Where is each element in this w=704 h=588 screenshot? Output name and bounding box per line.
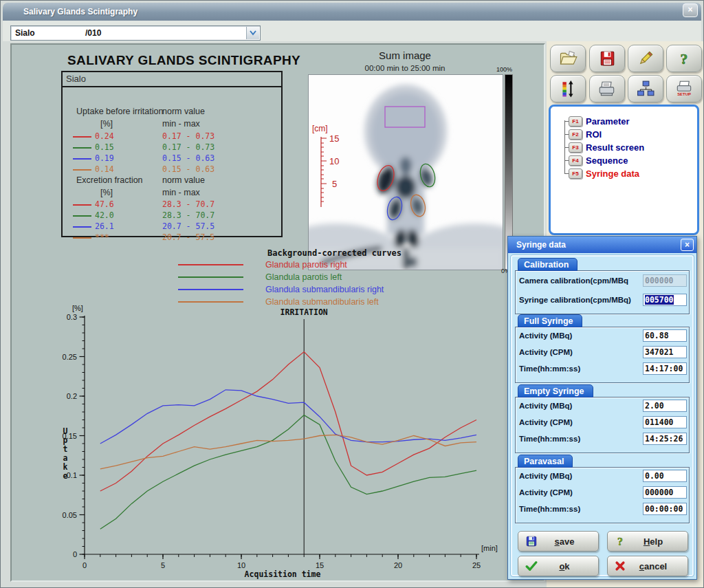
menu-item-label: Result screen [586,142,644,153]
legend-swatch [178,289,243,290]
excretion-value: 26.1 [95,221,114,231]
norm-range: 28.3 - 70.7 [162,199,214,209]
application-window: Salivary Glands Scintigraphy × Sialo /01… [0,0,704,588]
svg-text:k: k [63,462,68,472]
svg-text:t: t [63,444,68,454]
series-swatch [73,169,91,171]
f4-key-icon: F4 [569,155,582,166]
svg-text:0.3: 0.3 [67,313,77,321]
legend-item: Glandula parotis left [173,271,475,283]
question-mark-icon: ? [675,50,693,67]
color-scale-button[interactable] [550,75,586,102]
calibration-box [515,270,690,314]
ok-button[interactable]: ok [518,556,599,576]
scale-unit-label: [cm] [312,124,328,133]
tab-full-syringe: Full Syringe [518,314,582,327]
uptake-range-label: min - max [162,119,200,129]
svg-text:[min]: [min] [481,544,498,552]
network-icon [637,80,654,98]
menu-item-sequence[interactable]: F4 Sequence [564,154,628,167]
window-close-icon[interactable]: × [683,3,698,17]
svg-text:25: 25 [472,561,481,569]
cross-icon [615,560,626,571]
excretion-unit: [%] [100,188,113,197]
menu-item-parameter[interactable]: F1 Parameter [564,115,630,128]
tab-paravasal: Paravasal [518,455,573,468]
svg-text:p: p [63,435,68,445]
svg-text:IRRITATION: IRRITATION [280,307,328,317]
excretion-value: 42.0 [95,210,114,220]
help-button[interactable]: ? Help [607,531,688,552]
menu-item-syringe-data[interactable]: F5 Syringe data [564,167,639,180]
scale-tick: 5 [332,179,337,189]
study-selector[interactable]: Sialo /010 [10,25,261,41]
excretion-unit-row: [%] min - max [63,188,281,199]
dialog-title-bar: Syringe data [508,237,696,253]
results-table-header: Sialo [63,72,281,87]
save-button[interactable] [589,45,625,72]
norm-range: 20.7 - 57.5 [162,221,214,231]
tab-calibration: Calibration [518,258,578,271]
excretion-title-row: Excretion fraction norm value [63,175,281,186]
series-swatch [73,204,91,206]
scintigram-image: [cm] 15 10 5 [308,74,503,270]
svg-text:5: 5 [161,561,165,569]
menu-item-roi[interactable]: F2 ROI [564,128,602,141]
study-name: Sialo [15,28,35,38]
empty-syringe-box [515,397,690,453]
menu-item-result-screen[interactable]: F3 Result screen [564,141,644,154]
edit-button[interactable] [628,45,663,72]
uptake-unit-row: [%] min - max [63,119,281,130]
results-table: Sialo Uptake before irritation norm valu… [61,71,283,237]
norm-range: 0.17 - 0.73 [162,142,214,152]
legend-item: Glandula submandibularis right [173,283,475,295]
floppy-disk-icon [598,50,616,67]
series-swatch [73,147,91,149]
network-button[interactable] [628,75,663,102]
f3-key-icon: F3 [569,142,582,153]
series-swatch [73,158,91,160]
dialog-title: Syringe data [516,240,566,250]
ok-button-label: ok [538,561,591,571]
table-row: *** 20.7 - 57.5 [63,232,281,243]
print-button[interactable] [589,75,625,102]
uptake-value: 0.15 [95,142,114,152]
dialog-close-icon[interactable]: × [681,239,694,251]
svg-text:U: U [63,426,68,436]
excretion-norm-label: norm value [162,175,205,185]
svg-text:0.1: 0.1 [67,471,77,479]
chevron-down-icon[interactable] [246,27,259,39]
norm-range: 20.7 - 57.5 [162,232,214,242]
uptake-unit: [%] [100,119,113,129]
print-setup-button[interactable]: SETUP [666,75,702,102]
norm-range: 0.15 - 0.63 [162,164,214,174]
uptake-value: 0.24 [95,131,114,141]
check-icon [525,560,538,571]
legend-swatch [178,276,243,278]
legend-label: Glandula parotis right [265,260,347,270]
open-button[interactable] [550,45,586,72]
uptake-value: 0.19 [95,153,114,163]
pencil-icon [637,50,654,67]
uptake-norm-label: norm value [162,107,205,116]
syringe-data-dialog: Syringe data × Calibration Camera calibr… [507,236,697,580]
menu-item-label: Sequence [586,155,628,166]
svg-text:Acquisition time: Acquisition time [245,569,321,579]
series-swatch [73,237,91,239]
floppy-disk-icon [525,535,538,547]
cancel-button[interactable]: cancel [607,556,688,576]
legend-title: Background-corrected curves [267,248,475,258]
save-button-label: save [538,536,591,547]
save-button[interactable]: save [518,531,599,552]
full-syringe-box [515,327,690,383]
help-button[interactable]: ? [666,45,702,72]
table-row: 0.14 0.15 - 0.63 [63,164,281,175]
sum-image-range: 00:00 min to 25:00 min [308,64,502,72]
sum-image-title: Sum image [308,50,502,61]
printer-icon [597,80,617,98]
excretion-range-label: min - max [162,188,200,197]
legend-item: Glandula parotis right [173,259,475,270]
table-row: 47.6 28.3 - 70.7 [63,199,281,210]
svg-text:20: 20 [394,561,402,569]
table-row: 26.1 20.7 - 57.5 [63,221,281,232]
